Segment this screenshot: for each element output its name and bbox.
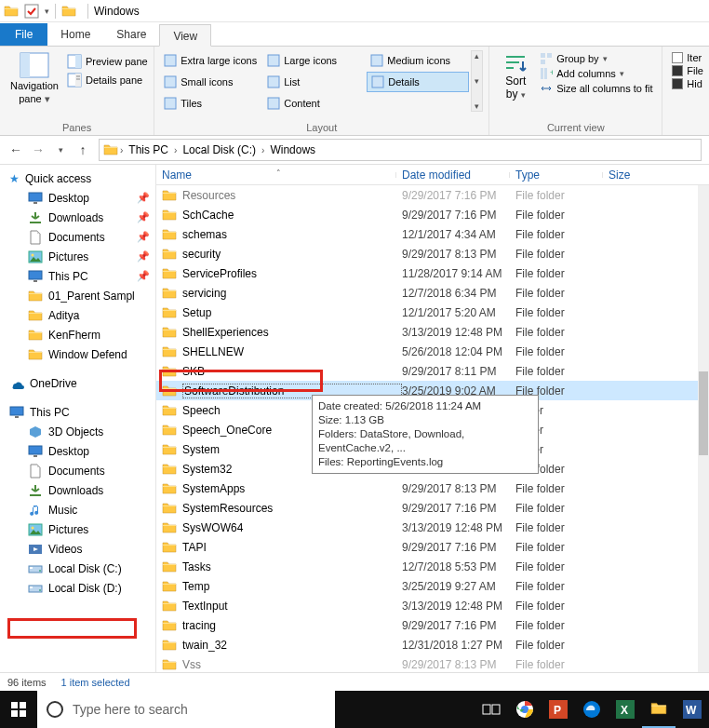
scrollbar-thumb[interactable]	[699, 371, 708, 455]
sidebar-documents2[interactable]: Documents	[0, 461, 155, 480]
sidebar-local-d[interactable]: Local Disk (D:)	[0, 578, 155, 598]
layout-tiles[interactable]: Tiles	[160, 93, 262, 114]
tab-file[interactable]: File	[0, 23, 47, 46]
file-row[interactable]: ServiceProfiles11/28/2017 9:14 AMFile fo…	[156, 263, 698, 283]
size-all-columns-button[interactable]: Size all columns to fit	[540, 82, 652, 95]
chrome-icon[interactable]	[508, 691, 542, 728]
task-view-icon[interactable]	[475, 691, 508, 728]
nav-recent-button[interactable]: ▾	[52, 142, 69, 158]
layout-medium-icons[interactable]: Medium icons	[367, 50, 469, 71]
qa-dropdown-icon[interactable]: ▾	[45, 7, 49, 16]
file-row[interactable]: TextInput3/13/2019 12:48 PMFile folder	[156, 596, 698, 615]
file-ext-toggle[interactable]: File	[672, 65, 703, 76]
folder-icon	[162, 442, 177, 457]
add-columns-button[interactable]: +Add columns ▾	[540, 67, 652, 80]
svg-text:P: P	[554, 704, 561, 717]
details-pane-button[interactable]: Details pane	[67, 73, 148, 88]
folder-icon	[162, 344, 177, 359]
col-date[interactable]: Date modified	[396, 169, 510, 182]
word-icon[interactable]: W	[676, 691, 709, 728]
col-size[interactable]: Size	[603, 169, 709, 182]
layout-details[interactable]: Details	[367, 72, 469, 92]
tab-share[interactable]: Share	[103, 23, 159, 46]
sidebar-downloads2[interactable]: Downloads	[0, 480, 155, 500]
layout-content[interactable]: Content	[263, 93, 366, 114]
item-checkboxes-toggle[interactable]: Iter	[672, 52, 703, 63]
window-title: Windows	[94, 5, 140, 18]
sidebar-pictures2[interactable]: Pictures	[0, 519, 155, 539]
hidden-items-toggle[interactable]: Hid	[672, 78, 703, 89]
sidebar-desktop2[interactable]: Desktop	[0, 441, 155, 461]
sidebar-onedrive[interactable]: OneDrive	[0, 373, 155, 393]
tab-view[interactable]: View	[159, 24, 211, 47]
sidebar-downloads[interactable]: Downloads📌	[0, 208, 155, 227]
column-headers[interactable]: Name ˄ Date modified Type Size	[156, 165, 709, 185]
crumb-thispc[interactable]: This PC	[125, 143, 172, 156]
file-row[interactable]: Setup12/1/2017 5:20 AMFile folder	[156, 303, 698, 322]
start-button[interactable]	[0, 691, 37, 728]
tab-home[interactable]: Home	[47, 23, 103, 46]
file-row[interactable]: SysWOW643/13/2019 12:48 PMFile folder	[156, 518, 698, 537]
address-bar[interactable]: › This PC› Local Disk (C:)› Windows	[99, 139, 702, 161]
col-name[interactable]: Name ˄	[156, 169, 396, 182]
folder-icon	[162, 325, 177, 340]
sidebar-desktop[interactable]: Desktop📌	[0, 188, 155, 208]
powerpoint-icon[interactable]: P	[542, 691, 575, 728]
sidebar-windef[interactable]: Window Defend	[0, 344, 155, 364]
layout-large-icons[interactable]: Large icons	[263, 50, 366, 71]
file-row[interactable]: SHELLNEW5/26/2018 12:04 PMFile folder	[156, 342, 698, 361]
sidebar-thispc[interactable]: This PC📌	[0, 266, 155, 286]
file-row[interactable]: Vss9/29/2017 8:13 PMFile folder	[156, 654, 698, 672]
preview-pane-button[interactable]: Preview pane	[67, 54, 148, 69]
scrollbar[interactable]	[698, 185, 709, 672]
file-row[interactable]: security9/29/2017 8:13 PMFile folder	[156, 244, 698, 263]
app-folder-icon	[4, 4, 19, 19]
file-row[interactable]: ShellExperiences3/13/2019 12:48 PMFile f…	[156, 322, 698, 342]
excel-icon[interactable]: X	[609, 691, 642, 728]
sort-by-icon	[502, 52, 528, 74]
folder-icon	[162, 540, 177, 555]
layout-small-icons[interactable]: Small icons	[160, 72, 262, 92]
explorer-icon[interactable]	[642, 691, 676, 728]
file-row[interactable]: TAPI9/29/2017 7:16 PMFile folder	[156, 537, 698, 557]
crumb-localc[interactable]: Local Disk (C:)	[179, 143, 260, 156]
file-row[interactable]: Resources9/29/2017 7:16 PMFile folder	[156, 185, 698, 205]
sidebar-local-c[interactable]: Local Disk (C:)	[0, 559, 155, 578]
file-row[interactable]: Tasks12/7/2018 5:53 PMFile folder	[156, 557, 698, 576]
layout-list[interactable]: List	[263, 72, 366, 92]
file-row[interactable]: Temp3/25/2019 9:27 AMFile folder	[156, 576, 698, 596]
taskbar-search[interactable]: Type here to search	[37, 691, 335, 728]
view-icon	[267, 54, 280, 67]
edge-icon[interactable]	[575, 691, 609, 728]
folder-icon	[162, 247, 177, 262]
sidebar-3dobjects[interactable]: 3D Objects	[0, 422, 155, 441]
sidebar-music[interactable]: Music	[0, 500, 155, 519]
group-by-button[interactable]: Group by ▾	[540, 52, 652, 65]
layout-extra-large-icons[interactable]: Extra large icons	[160, 50, 262, 71]
nav-back-button[interactable]: ←	[7, 142, 24, 158]
svg-rect-18	[268, 55, 279, 66]
file-row[interactable]: SystemResources9/29/2017 7:16 PMFile fol…	[156, 498, 698, 518]
file-row[interactable]: servicing12/7/2018 6:34 PMFile folder	[156, 283, 698, 303]
file-row[interactable]: twain_3212/31/2018 1:27 PMFile folder	[156, 635, 698, 654]
sidebar-quick-access[interactable]: ★Quick access	[0, 169, 155, 188]
file-row[interactable]: SystemApps9/29/2017 8:13 PMFile folder	[156, 479, 698, 498]
file-row[interactable]: SchCache9/29/2017 7:16 PMFile folder	[156, 205, 698, 224]
sidebar-pictures[interactable]: Pictures📌	[0, 247, 155, 266]
sidebar-videos[interactable]: Videos	[0, 539, 155, 559]
file-row[interactable]: schemas12/1/2017 4:34 AMFile folder	[156, 224, 698, 244]
col-type[interactable]: Type	[510, 169, 603, 182]
sidebar-aditya[interactable]: Aditya	[0, 305, 155, 325]
sidebar-parent[interactable]: 01_Parent Sampl	[0, 286, 155, 305]
nav-pane[interactable]: ★Quick access Desktop📌 Downloads📌 Docume…	[0, 165, 156, 672]
svg-rect-10	[20, 53, 30, 77]
file-row[interactable]: SKB9/29/2017 8:11 PMFile folder	[156, 361, 698, 381]
nav-up-button[interactable]: ↑	[74, 142, 91, 158]
crumb-windows[interactable]: Windows	[266, 143, 319, 156]
file-row[interactable]: tracing9/29/2017 7:16 PMFile folder	[156, 615, 698, 635]
sidebar-documents[interactable]: Documents📌	[0, 227, 155, 247]
sidebar-kenfherm[interactable]: KenFherm	[0, 325, 155, 344]
layout-scroll[interactable]: ▴▾▾	[471, 50, 483, 112]
sidebar-thispc2[interactable]: This PC	[0, 402, 155, 422]
qa-save-icon[interactable]	[24, 4, 39, 19]
